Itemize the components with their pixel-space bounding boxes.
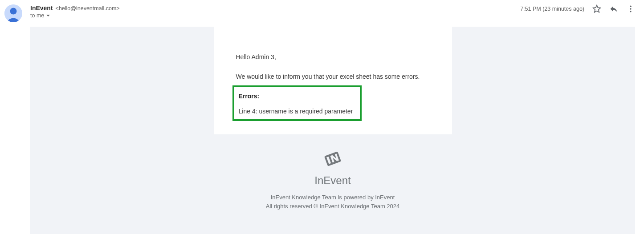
header-actions: 7:51 PM (23 minutes ago) (520, 4, 635, 13)
star-icon[interactable] (592, 4, 601, 13)
info-text: We would like to inform you that your ex… (236, 73, 430, 80)
sender-block: InEvent <hello@ineventmail.com> to me (30, 4, 520, 19)
footer-logo-icon (39, 147, 626, 171)
email-header: InEvent <hello@ineventmail.com> to me 7:… (0, 0, 644, 27)
chevron-down-icon (46, 13, 50, 18)
svg-point-4 (630, 11, 631, 12)
more-icon[interactable] (626, 4, 635, 13)
svg-point-3 (630, 8, 631, 9)
avatar (4, 4, 22, 22)
error-line: Line 4: username is a required parameter (239, 108, 355, 115)
error-heading: Errors: (239, 93, 355, 100)
recipient-dropdown[interactable]: to me (30, 12, 520, 19)
error-box: Errors: Line 4: username is a required p… (232, 85, 362, 121)
sender-email: <hello@ineventmail.com> (56, 5, 120, 12)
email-footer: InEvent InEvent Knowledge Team is powere… (30, 134, 635, 234)
email-card: Hello Admin 3, We would like to inform y… (214, 27, 452, 134)
timestamp: 7:51 PM (23 minutes ago) (520, 6, 584, 12)
email-body: Hello Admin 3, We would like to inform y… (30, 27, 635, 234)
reply-icon[interactable] (609, 4, 618, 13)
footer-line-1: InEvent Knowledge Team is powered by InE… (39, 193, 626, 202)
footer-brand: InEvent (39, 174, 626, 187)
greeting-text: Hello Admin 3, (236, 53, 430, 61)
recipient-label: to me (30, 12, 44, 19)
footer-line-2: All rights reserved © InEvent Knowledge … (39, 202, 626, 211)
svg-point-1 (10, 8, 17, 15)
svg-point-2 (630, 6, 631, 7)
sender-name: InEvent (30, 4, 53, 12)
